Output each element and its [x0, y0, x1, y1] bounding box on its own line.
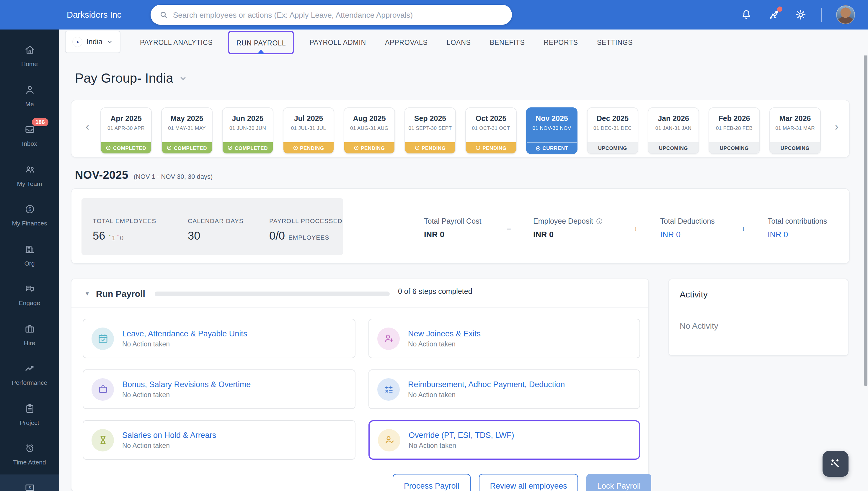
payroll-processed-value: 0/0: [269, 230, 285, 242]
alert-circle-icon: [415, 145, 420, 150]
team-icon: [23, 163, 36, 176]
sidebar-item-me[interactable]: Me: [0, 76, 59, 116]
step-new-joinees-exits[interactable]: New Joinees & Exits No Action taken: [368, 319, 640, 358]
sidebar-item-home[interactable]: Home: [0, 36, 59, 76]
total-deductions-link[interactable]: INR 0: [660, 230, 715, 239]
status-badge: PENDING: [405, 142, 455, 153]
hire-icon: [23, 322, 36, 335]
info-icon[interactable]: [596, 218, 603, 225]
step-salaries-on-hold[interactable]: Salaries on Hold & Arrears No Action tak…: [83, 420, 356, 460]
pay-group-selector[interactable]: Pay Group- India: [75, 71, 188, 86]
status-badge: UPCOMING: [588, 142, 638, 153]
caret-up-icon: ˆ: [109, 234, 111, 241]
hourglass-icon: [91, 429, 114, 451]
total-contributions-link[interactable]: INR 0: [767, 230, 827, 239]
search-icon: [159, 10, 168, 20]
sidebar-item-project[interactable]: Project: [0, 395, 59, 434]
sidebar-item-hire[interactable]: Hire: [0, 315, 59, 355]
run-payroll-header: ▾ Run Payroll 0 of 6 steps completed: [72, 279, 648, 308]
month-card-dec-2025[interactable]: Dec 2025 01 DEC-31 DEC UPCOMING: [587, 107, 638, 154]
month-card-nov-2025[interactable]: Nov 2025 01 NOV-30 NOV CURRENT: [526, 107, 578, 154]
step-override[interactable]: Override (PT, ESI, TDS, LWF) No Action t…: [368, 420, 640, 460]
month-card-feb-2026[interactable]: Feb 2026 01 FEB-28 FEB UPCOMING: [708, 107, 760, 154]
month-card-jul-2025[interactable]: Jul 2025 01 JUL-31 JUL PENDING: [283, 107, 334, 154]
payroll-icon: $: [23, 482, 36, 491]
sidebar-item-my-team[interactable]: My Team: [0, 155, 59, 195]
notifications-bell-icon[interactable]: [740, 8, 753, 21]
carousel-next-icon[interactable]: ›: [835, 121, 838, 132]
keka-payroll-app: Darksiders Inc keka Home: [0, 0, 868, 491]
india-flag-icon: [73, 37, 82, 47]
collapse-chevron-icon[interactable]: ▾: [86, 289, 89, 297]
step-bonus-salary-revisions[interactable]: Bonus, Salary Revisions & Overtime No Ac…: [83, 370, 356, 409]
inbox-count-badge: 186: [32, 118, 49, 126]
total-employees-label: TOTAL EMPLOYEES: [93, 217, 156, 224]
calendar-days-label: CALENDAR DAYS: [188, 217, 244, 224]
math-icon: [377, 378, 400, 400]
global-search[interactable]: [150, 5, 512, 25]
step-leave-attendance[interactable]: Leave, Attendance & Payable Units No Act…: [83, 319, 356, 358]
sidebar-item-payroll[interactable]: $: [0, 474, 59, 491]
month-card-jan-2026[interactable]: Jan 2026 01 JAN-31 JAN UPCOMING: [648, 107, 699, 154]
user-check-icon: [378, 429, 400, 451]
activity-panel: Activity No Activity: [668, 279, 848, 356]
month-card-sep-2025[interactable]: Sep 2025 01 SEPT-30 SEPT PENDING: [404, 107, 456, 154]
alert-circle-icon: [293, 145, 298, 150]
page-scrollbar-thumb[interactable]: [864, 3, 867, 386]
arrow-circle-icon: [535, 145, 540, 151]
tab-benefits[interactable]: BENEFITS: [480, 39, 534, 46]
total-deductions: Total Deductions INR 0: [660, 217, 715, 239]
tab-payroll-analytics[interactable]: PAYROLL ANALYTICS: [131, 39, 222, 46]
sidebar-item-my-finances[interactable]: $ My Finances: [0, 195, 59, 235]
month-card-aug-2025[interactable]: Aug 2025 01 AUG-31 AUG PENDING: [344, 107, 395, 154]
company-name: Darksiders Inc: [67, 0, 121, 30]
whats-new-rocket-icon[interactable]: [767, 8, 780, 21]
month-card-oct-2025[interactable]: Oct 2025 01 OCT-31 OCT PENDING: [465, 107, 517, 154]
briefcase-icon: [91, 378, 114, 400]
step-reimbursement-adhoc[interactable]: Reimbursement, Adhoc Payment, Deduction …: [368, 370, 640, 409]
search-input[interactable]: [173, 10, 504, 19]
employee-stats-panel: TOTAL EMPLOYEES 56 ˆ1ˇ0 CALENDAR DAYS 30…: [82, 198, 343, 255]
month-card-apr-2025[interactable]: Apr 2025 01 APR-30 APR COMPLETED: [101, 107, 152, 154]
month-card-may-2025[interactable]: May 2025 01 MAY-31 MAY COMPLETED: [161, 107, 213, 154]
steps-progress-text: 0 of 6 steps completed: [398, 287, 472, 296]
tab-payroll-admin[interactable]: PAYROLL ADMIN: [300, 39, 375, 46]
tab-approvals[interactable]: APPROVALS: [375, 39, 437, 46]
tab-run-payroll[interactable]: RUN PAYROLL: [228, 31, 295, 54]
sidebar-item-org[interactable]: Org: [0, 235, 59, 275]
month-card-mar-2026[interactable]: Mar 2026 01 MAR-31 MAR UPCOMING: [769, 107, 821, 154]
time-attend-icon: [23, 442, 36, 455]
assistant-wand-button[interactable]: [822, 451, 848, 477]
check-circle-icon: [167, 145, 172, 150]
status-badge: COMPLETED: [162, 142, 212, 153]
alert-circle-icon: [475, 145, 481, 150]
calendar-icon: [91, 327, 114, 350]
user-avatar[interactable]: [836, 5, 855, 24]
settings-gear-icon[interactable]: [794, 8, 807, 21]
employee-deposit: Employee Deposit INR 0: [533, 217, 603, 239]
sidebar-item-time-attend[interactable]: Time Attend: [0, 434, 59, 474]
status-badge: CURRENT: [527, 142, 577, 153]
process-payroll-button[interactable]: Process Payroll: [393, 474, 471, 491]
chevron-down-icon: [107, 39, 112, 45]
caret-down-icon: ˇ: [117, 234, 119, 241]
lock-payroll-button[interactable]: Lock Payroll: [587, 474, 651, 491]
tab-reports[interactable]: REPORTS: [534, 39, 588, 46]
sidebar-item-inbox[interactable]: 186 Inbox: [0, 116, 59, 155]
month-card-jun-2025[interactable]: Jun 2025 01 JUN-30 JUN COMPLETED: [222, 107, 273, 154]
sidebar-item-engage[interactable]: Engage: [0, 275, 59, 315]
status-badge: COMPLETED: [223, 142, 273, 153]
total-employees-value: 56: [93, 230, 105, 242]
sidebar-item-performance[interactable]: Performance: [0, 355, 59, 395]
top-bar: Darksiders Inc: [0, 0, 868, 30]
carousel-prev-icon[interactable]: ‹: [86, 121, 89, 132]
tab-loans[interactable]: LOANS: [437, 39, 480, 46]
tab-settings[interactable]: SETTINGS: [588, 39, 642, 46]
activity-title: Activity: [669, 279, 848, 299]
svg-text:$: $: [28, 485, 31, 490]
check-circle-icon: [228, 145, 233, 150]
check-circle-icon: [106, 145, 111, 150]
status-badge: UPCOMING: [648, 142, 699, 153]
review-all-employees-button[interactable]: Review all employees: [479, 474, 578, 491]
region-selector[interactable]: India: [65, 31, 120, 53]
